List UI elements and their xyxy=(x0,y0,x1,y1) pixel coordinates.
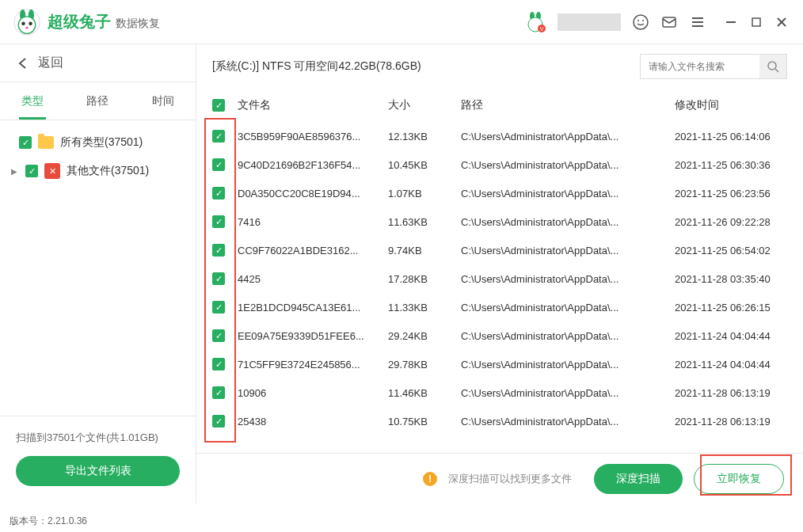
row-time: 2021-11-28 03:35:40 xyxy=(675,273,787,285)
tree-checkbox[interactable]: ✓ xyxy=(19,136,32,149)
minimize-button[interactable] xyxy=(722,13,740,31)
row-checkbox[interactable]: ✓ xyxy=(212,272,225,285)
select-all-checkbox[interactable]: ✓ xyxy=(212,99,225,112)
row-path: C:\Users\Administrator\AppData\... xyxy=(461,159,675,171)
svg-rect-20 xyxy=(752,18,760,26)
row-time: 2021-11-26 09:22:28 xyxy=(675,216,787,228)
table-row[interactable]: ✓ D0A350CC20C8E19D94... 1.07KB C:\Users\… xyxy=(196,179,803,207)
row-filename: 9C40D21696B2F136F54... xyxy=(238,159,388,171)
maximize-button[interactable] xyxy=(748,13,765,31)
search-button[interactable] xyxy=(759,55,786,78)
row-path: C:\Users\Administrator\AppData\... xyxy=(461,416,675,428)
header-right: V xyxy=(524,11,790,33)
svg-point-3 xyxy=(18,16,36,33)
col-path-header[interactable]: 路径 xyxy=(461,98,675,112)
row-size: 29.78KB xyxy=(388,359,461,370)
col-size-header[interactable]: 大小 xyxy=(388,98,461,112)
deep-scan-button[interactable]: 深度扫描 xyxy=(594,464,683,494)
row-time: 2021-11-24 04:04:44 xyxy=(675,330,787,342)
table-row[interactable]: ✓ 25438 10.75KB C:\Users\Administrator\A… xyxy=(196,407,803,435)
row-checkbox[interactable]: ✓ xyxy=(212,329,225,342)
row-filename: 7416 xyxy=(238,216,388,228)
table-body[interactable]: ✓ 3C5B959F90AE8596376... 12.13KB C:\User… xyxy=(196,122,803,453)
table-row[interactable]: ✓ CC9F76022A1BDE3162... 9.74KB C:\Users\… xyxy=(196,236,803,264)
row-size: 10.45KB xyxy=(388,159,461,171)
row-path: C:\Users\Administrator\AppData\... xyxy=(461,387,675,399)
warn-text: 深度扫描可以找到更多文件 xyxy=(448,472,572,486)
col-name-header[interactable]: 文件名 xyxy=(238,98,388,112)
back-label: 返回 xyxy=(38,55,63,71)
sidebar-footer: 扫描到37501个文件(共1.01GB) 导出文件列表 xyxy=(0,416,196,504)
back-button[interactable]: 返回 xyxy=(0,44,196,82)
tab-time[interactable]: 时间 xyxy=(131,82,196,120)
table-row[interactable]: ✓ 71C5FF9E3724E245856... 29.78KB C:\User… xyxy=(196,350,803,378)
logo-text: 超级兔子 数据恢复 xyxy=(48,11,160,32)
content-area: [系统(C:)] NTFS 可用空间42.2GB(78.6GB) ✓ 文件名 大… xyxy=(196,44,803,504)
emoji-icon[interactable] xyxy=(632,13,649,31)
tree-item-other[interactable]: ▶ ✓ ✕ 其他文件(37501) xyxy=(0,157,196,185)
table-row[interactable]: ✓ 4425 17.28KB C:\Users\Administrator\Ap… xyxy=(196,264,803,293)
small-rabbit-icon: V xyxy=(524,11,546,33)
table-row[interactable]: ✓ EE09A75E9339D51FEE6... 29.24KB C:\User… xyxy=(196,321,803,350)
logo-main: 超级兔子 xyxy=(48,11,111,32)
export-button[interactable]: 导出文件列表 xyxy=(16,456,180,486)
row-filename: 71C5FF9E3724E245856... xyxy=(238,359,388,370)
sidebar-tabs: 类型 路径 时间 xyxy=(0,82,196,120)
row-checkbox[interactable]: ✓ xyxy=(212,358,225,370)
version-label: 版本号： xyxy=(10,515,48,528)
row-filename: D0A350CC20C8E19D94... xyxy=(238,188,388,200)
row-checkbox[interactable]: ✓ xyxy=(212,301,225,314)
row-filename: CC9F76022A1BDE3162... xyxy=(238,245,388,256)
tree-checkbox[interactable]: ✓ xyxy=(25,165,38,177)
row-time: 2021-11-24 04:04:44 xyxy=(675,359,787,370)
row-size: 10.75KB xyxy=(388,416,461,428)
svg-text:V: V xyxy=(540,26,544,32)
table-row[interactable]: ✓ 3C5B959F90AE8596376... 12.13KB C:\User… xyxy=(196,122,803,150)
row-filename: 1E2B1DCD945CA13E61... xyxy=(238,302,388,314)
table-row[interactable]: ✓ 7416 11.63KB C:\Users\Administrator\Ap… xyxy=(196,207,803,236)
col-time-header[interactable]: 修改时间 xyxy=(675,98,787,112)
row-path: C:\Users\Administrator\AppData\... xyxy=(461,273,675,285)
tab-path[interactable]: 路径 xyxy=(65,82,130,120)
row-time: 2021-11-25 06:26:15 xyxy=(675,302,787,314)
row-filename: 25438 xyxy=(238,416,388,428)
row-checkbox[interactable]: ✓ xyxy=(212,244,225,256)
table-header: ✓ 文件名 大小 路径 修改时间 xyxy=(196,89,803,122)
table-row[interactable]: ✓ 1E2B1DCD945CA13E61... 11.33KB C:\Users… xyxy=(196,293,803,321)
window-controls xyxy=(722,13,790,31)
row-time: 2021-11-28 06:13:19 xyxy=(675,387,787,399)
row-checkbox[interactable]: ✓ xyxy=(212,187,225,200)
folder-icon xyxy=(38,136,54,149)
feedback-icon[interactable] xyxy=(660,13,678,31)
menu-icon[interactable] xyxy=(689,13,706,31)
svg-line-24 xyxy=(775,69,778,72)
svg-point-14 xyxy=(642,20,644,21)
file-tree: ✓ 所有类型(37501) ▶ ✓ ✕ 其他文件(37501) xyxy=(0,120,196,416)
search-input[interactable] xyxy=(641,55,759,78)
row-size: 29.24KB xyxy=(388,330,461,342)
version-value: 2.21.0.36 xyxy=(48,515,87,526)
row-path: C:\Users\Administrator\AppData\... xyxy=(461,330,675,342)
search-icon xyxy=(767,60,779,73)
row-checkbox[interactable]: ✓ xyxy=(212,386,225,399)
row-path: C:\Users\Administrator\AppData\... xyxy=(461,188,675,200)
row-checkbox[interactable]: ✓ xyxy=(212,415,225,428)
table-row[interactable]: ✓ 10906 11.46KB C:\Users\Administrator\A… xyxy=(196,378,803,407)
row-filename: 3C5B959F90AE8596376... xyxy=(238,131,388,142)
expand-arrow-icon[interactable]: ▶ xyxy=(11,167,19,176)
row-checkbox[interactable]: ✓ xyxy=(212,215,225,228)
row-checkbox[interactable]: ✓ xyxy=(212,130,225,142)
tree-item-all[interactable]: ✓ 所有类型(37501) xyxy=(0,128,196,157)
row-checkbox[interactable]: ✓ xyxy=(212,158,225,171)
row-path: C:\Users\Administrator\AppData\... xyxy=(461,302,675,314)
row-time: 2021-11-25 06:23:56 xyxy=(675,188,787,200)
table-row[interactable]: ✓ 9C40D21696B2F136F54... 10.45KB C:\User… xyxy=(196,150,803,179)
svg-rect-15 xyxy=(663,17,676,27)
recover-button[interactable]: 立即恢复 xyxy=(694,464,784,494)
tab-type[interactable]: 类型 xyxy=(0,82,65,120)
row-size: 11.33KB xyxy=(388,302,461,314)
row-size: 12.13KB xyxy=(388,131,461,142)
content-footer: ! 深度扫描可以找到更多文件 深度扫描 立即恢复 xyxy=(196,453,803,504)
row-time: 2021-11-25 06:30:36 xyxy=(675,159,787,171)
close-button[interactable] xyxy=(773,13,790,31)
